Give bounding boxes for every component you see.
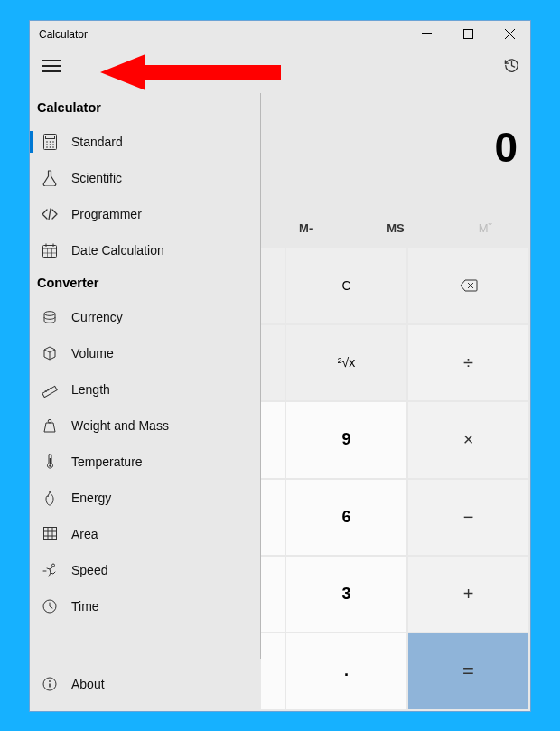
svg-point-11: [49, 144, 51, 145]
history-button[interactable]: [501, 56, 521, 76]
history-icon: [503, 57, 520, 74]
running-icon: [41, 561, 59, 579]
memory-dropdown-button[interactable]: Mˇ: [441, 221, 530, 235]
cube-icon: [41, 344, 59, 362]
memory-row: M- MS Mˇ: [261, 211, 530, 247]
svg-point-23: [44, 311, 55, 315]
thermometer-icon: [41, 453, 59, 471]
key-clear[interactable]: C: [286, 248, 406, 323]
calculator-window: Calculator: [29, 20, 531, 712]
backspace-icon: [460, 279, 478, 292]
svg-rect-1: [463, 30, 472, 39]
nav-item-currency[interactable]: Currency: [30, 299, 260, 335]
key-equals[interactable]: =: [408, 633, 528, 708]
keypad: C ²√x ÷ 9 × 6 − 3 +: [261, 247, 530, 711]
minimize-button[interactable]: [406, 21, 447, 48]
calculator-panel: 0 M- MS Mˇ C ²√x ÷ 9 ×: [261, 84, 530, 711]
nav-item-speed[interactable]: Speed: [30, 552, 260, 588]
section-header-converter: Converter: [30, 268, 260, 299]
svg-point-14: [49, 146, 51, 148]
nav-item-programmer[interactable]: Programmer: [30, 196, 260, 232]
key-partial[interactable]: [261, 325, 285, 400]
memory-store-button[interactable]: MS: [350, 221, 440, 235]
info-icon: [41, 675, 59, 693]
content-area: Calculator Standard Scientific: [30, 84, 530, 711]
key-multiply[interactable]: ×: [408, 402, 528, 477]
svg-point-28: [48, 419, 51, 423]
svg-point-15: [52, 146, 54, 148]
svg-point-13: [46, 146, 48, 148]
svg-point-9: [52, 141, 54, 143]
svg-point-36: [51, 564, 54, 567]
weight-icon: [41, 417, 59, 435]
flask-icon: [41, 169, 59, 187]
nav-label: Temperature: [71, 455, 143, 469]
svg-rect-24: [42, 386, 57, 397]
flame-icon: [41, 489, 59, 507]
section-header-calculator: Calculator: [30, 93, 260, 124]
key-subtract[interactable]: −: [408, 480, 528, 555]
currency-icon: [41, 308, 59, 326]
key-partial[interactable]: [261, 557, 285, 632]
key-backspace[interactable]: [408, 248, 528, 323]
nav-label: Time: [71, 599, 99, 614]
key-decimal[interactable]: .: [286, 633, 406, 708]
hamburger-icon[interactable]: [42, 60, 61, 72]
nav-item-temperature[interactable]: Temperature: [30, 444, 260, 480]
key-partial[interactable]: [261, 248, 285, 323]
svg-point-12: [52, 144, 54, 145]
nav-label: Volume: [71, 346, 114, 361]
key-divide[interactable]: ÷: [408, 325, 528, 400]
nav-item-energy[interactable]: Energy: [30, 480, 260, 516]
key-partial[interactable]: [261, 402, 285, 477]
nav-item-scientific[interactable]: Scientific: [30, 160, 260, 196]
nav-label: Standard: [71, 135, 123, 149]
svg-rect-6: [45, 136, 54, 138]
window-title: Calculator: [39, 28, 88, 41]
grid-icon: [41, 525, 59, 543]
ruler-icon: [41, 380, 59, 398]
svg-point-8: [49, 141, 51, 143]
calendar-icon: [41, 241, 59, 259]
key-6[interactable]: 6: [286, 480, 406, 555]
result-display: 0: [261, 84, 530, 211]
close-button[interactable]: [489, 21, 530, 48]
key-9[interactable]: 9: [286, 402, 406, 477]
nav-item-volume[interactable]: Volume: [30, 335, 260, 371]
nav-label: Programmer: [71, 207, 142, 221]
nav-label: About: [71, 677, 105, 691]
nav-label: Energy: [71, 491, 111, 505]
calculator-icon: [41, 133, 59, 151]
nav-item-length[interactable]: Length: [30, 371, 260, 408]
result-value: 0: [494, 123, 518, 172]
nav-item-time[interactable]: Time: [30, 588, 260, 624]
key-add[interactable]: +: [408, 557, 528, 632]
nav-label: Scientific: [71, 171, 122, 185]
svg-rect-16: [43, 245, 57, 257]
nav-item-about[interactable]: About: [30, 666, 261, 702]
toolbar: [30, 48, 530, 84]
key-partial[interactable]: [261, 480, 285, 555]
nav-item-date-calculation[interactable]: Date Calculation: [30, 232, 260, 268]
nav-item-weight-and-mass[interactable]: Weight and Mass: [30, 408, 260, 444]
nav-item-area[interactable]: Area: [30, 516, 260, 552]
key-square-root[interactable]: ²√x: [286, 325, 406, 400]
nav-label: Date Calculation: [71, 243, 164, 258]
maximize-button[interactable]: [447, 21, 489, 48]
svg-point-39: [49, 680, 51, 682]
navigation-sidebar: Calculator Standard Scientific: [30, 84, 261, 711]
svg-point-29: [49, 464, 51, 467]
svg-point-10: [46, 144, 48, 145]
memory-minus-button[interactable]: M-: [261, 221, 350, 235]
nav-label: Length: [71, 382, 110, 397]
key-partial[interactable]: [261, 633, 285, 708]
key-3[interactable]: 3: [286, 557, 406, 632]
svg-point-7: [46, 141, 48, 143]
titlebar: Calculator: [30, 21, 530, 48]
nav-item-standard[interactable]: Standard: [30, 124, 260, 160]
nav-label: Currency: [71, 310, 123, 324]
svg-rect-31: [43, 528, 56, 540]
nav-label: Weight and Mass: [71, 418, 169, 433]
nav-label: Speed: [71, 563, 107, 577]
clock-icon: [41, 597, 59, 615]
